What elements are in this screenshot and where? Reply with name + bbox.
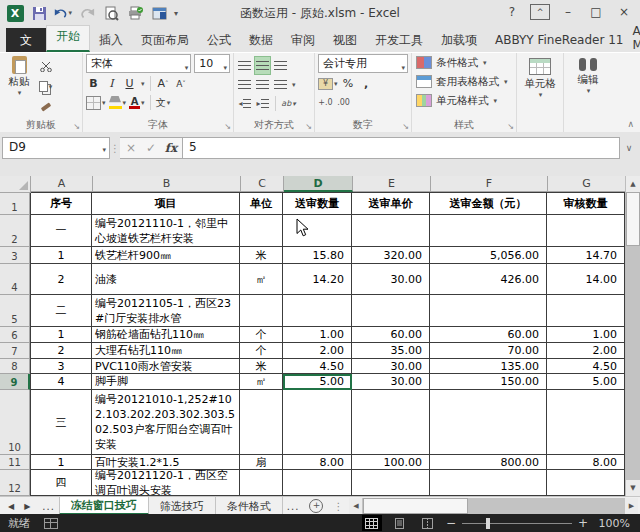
cell-C12[interactable] bbox=[240, 470, 283, 496]
number-dialog-launcher-icon[interactable]: ↘ bbox=[402, 123, 409, 131]
scroll-left-icon[interactable]: ◀ bbox=[349, 498, 362, 514]
cell-F8[interactable]: 135.00 bbox=[430, 359, 547, 374]
cell-D4[interactable]: 14.20 bbox=[283, 264, 352, 295]
cell-G9[interactable]: 5.00 bbox=[547, 374, 625, 390]
cell-D7[interactable]: 2.00 bbox=[283, 343, 352, 359]
cell-G1[interactable]: 审核数量 bbox=[547, 192, 625, 215]
enter-icon[interactable]: ✓ bbox=[142, 141, 160, 155]
tab-开发工具[interactable]: 开发工具 bbox=[366, 28, 432, 52]
decrease-indent-icon[interactable]: ◂ bbox=[237, 95, 252, 112]
styles-dialog-launcher-icon[interactable]: ↘ bbox=[507, 123, 514, 131]
row-header-11[interactable]: 11 bbox=[0, 455, 30, 470]
vertical-scroll-thumb[interactable] bbox=[626, 192, 640, 246]
row-header-12[interactable]: 12 bbox=[0, 470, 30, 496]
zoom-out-icon[interactable]: − bbox=[446, 516, 456, 530]
row-header-2[interactable]: 2 bbox=[0, 215, 30, 247]
row-header-9[interactable]: 9 bbox=[0, 374, 30, 390]
cell-B9[interactable]: 脚手脚 bbox=[92, 374, 240, 390]
format-painter-icon[interactable] bbox=[38, 98, 53, 115]
cell-B10[interactable]: 编号20121010-1,252#102.103.202.203.302.303… bbox=[92, 390, 240, 455]
font-dialog-launcher-icon[interactable]: ↘ bbox=[224, 123, 231, 131]
cell-F4[interactable]: 426.00 bbox=[430, 264, 547, 295]
select-all-corner[interactable] bbox=[0, 176, 31, 193]
conditional-formatting-button[interactable]: 条件格式▾ bbox=[412, 53, 516, 72]
cell-E9[interactable]: 30.00 bbox=[352, 374, 430, 390]
column-header-A[interactable]: A bbox=[31, 176, 93, 192]
cell-C7[interactable]: 个 bbox=[240, 343, 283, 359]
cell-D8[interactable]: 4.50 bbox=[283, 359, 352, 374]
decrease-decimal-icon[interactable]: .00 bbox=[336, 94, 351, 111]
sheet-nav-left-icon[interactable]: ◀ bbox=[8, 502, 14, 511]
cell-D9[interactable]: 5.00 bbox=[283, 374, 352, 390]
cell-E11[interactable]: 100.00 bbox=[352, 455, 430, 470]
cell-A4[interactable]: 2 bbox=[30, 264, 92, 295]
tab-页面布局[interactable]: 页面布局 bbox=[132, 28, 198, 52]
tab-插入[interactable]: 插入 bbox=[90, 28, 132, 52]
ribbon-display-options-icon[interactable]: ^ bbox=[528, 2, 552, 22]
cell-B1[interactable]: 项目 bbox=[92, 192, 240, 215]
cell-A7[interactable]: 2 bbox=[30, 343, 92, 359]
quick-print-icon[interactable] bbox=[126, 4, 144, 22]
cell-A8[interactable]: 3 bbox=[30, 359, 92, 374]
sheet-tab-筛选技巧[interactable]: 筛选技巧 bbox=[149, 497, 216, 515]
increase-decimal-icon[interactable]: +.0 bbox=[318, 94, 333, 111]
orientation-icon[interactable]: ab▾ bbox=[281, 95, 296, 112]
italic-button[interactable]: I bbox=[104, 75, 119, 92]
row-header-7[interactable]: 7 bbox=[0, 343, 30, 359]
cell-styles-button[interactable]: 单元格样式▾ bbox=[412, 91, 516, 110]
cell-F1[interactable]: 送审金额（元） bbox=[430, 192, 547, 215]
shrink-font-button[interactable]: Aˇ bbox=[174, 75, 189, 92]
sheet-tab-冻结窗口技巧[interactable]: 冻结窗口技巧 bbox=[59, 497, 149, 515]
cell-G6[interactable]: 1.00 bbox=[547, 327, 625, 343]
cell-C3[interactable]: 米 bbox=[240, 247, 283, 264]
comma-style-icon[interactable]: , bbox=[359, 75, 374, 92]
macro-record-icon[interactable] bbox=[44, 518, 58, 529]
cell-A9[interactable]: 4 bbox=[30, 374, 92, 390]
cell-G10[interactable] bbox=[547, 390, 625, 455]
tab-视图[interactable]: 视图 bbox=[324, 28, 366, 52]
minimize-icon[interactable]: – bbox=[556, 2, 580, 22]
tab-公式[interactable]: 公式 bbox=[198, 28, 240, 52]
bold-button[interactable]: B bbox=[86, 75, 101, 92]
cell-F3[interactable]: 5,056.00 bbox=[430, 247, 547, 264]
new-sheet-button[interactable]: + bbox=[303, 497, 329, 515]
cell-C6[interactable]: 个 bbox=[240, 327, 283, 343]
row-header-8[interactable]: 8 bbox=[0, 359, 30, 374]
percent-style-icon[interactable]: % bbox=[341, 75, 356, 92]
page-layout-view-icon[interactable] bbox=[390, 515, 410, 531]
expand-formula-bar-icon[interactable]: ∨ bbox=[620, 137, 638, 159]
normal-view-icon[interactable] bbox=[362, 515, 382, 531]
cell-A2[interactable]: 一 bbox=[30, 215, 92, 247]
align-right-icon[interactable] bbox=[273, 76, 288, 93]
cell-A5[interactable]: 二 bbox=[30, 295, 92, 327]
number-format-combo[interactable]: 会计专用▾ bbox=[318, 54, 408, 73]
cell-F10[interactable] bbox=[430, 390, 547, 455]
cell-E7[interactable]: 35.00 bbox=[352, 343, 430, 359]
column-header-E[interactable]: E bbox=[353, 176, 431, 192]
middle-align-icon[interactable] bbox=[255, 57, 270, 74]
zoom-in-icon[interactable]: + bbox=[578, 516, 588, 530]
account-name[interactable]: Alex May bbox=[632, 24, 640, 52]
tab-file[interactable]: 文件 bbox=[6, 28, 46, 52]
zoom-slider[interactable]: − + bbox=[446, 516, 588, 530]
cell-F5[interactable] bbox=[430, 295, 547, 327]
alignment-dialog-launcher-icon[interactable]: ↘ bbox=[305, 123, 312, 131]
save-icon[interactable] bbox=[30, 4, 48, 22]
tab-开始[interactable]: 开始 bbox=[46, 25, 90, 52]
tab-加载项[interactable]: 加载项 bbox=[432, 28, 486, 52]
scroll-right-icon[interactable]: ▶ bbox=[625, 498, 638, 514]
paste-button[interactable]: 粘贴 ▾ bbox=[0, 53, 38, 115]
cell-B6[interactable]: 钢筋砼墙面钻孔110㎜ bbox=[92, 327, 240, 343]
cell-C2[interactable] bbox=[240, 215, 283, 247]
restore-icon[interactable]: □ bbox=[584, 2, 608, 22]
redo-icon[interactable] bbox=[78, 4, 96, 22]
cell-F12[interactable] bbox=[430, 470, 547, 496]
cell-B4[interactable]: 油漆 bbox=[92, 264, 240, 295]
cell-C8[interactable]: 米 bbox=[240, 359, 283, 374]
sheet-overflow-right[interactable]: ... bbox=[283, 497, 304, 515]
cell-C5[interactable] bbox=[240, 295, 283, 327]
cell-F11[interactable]: 800.00 bbox=[430, 455, 547, 470]
cell-E2[interactable] bbox=[352, 215, 430, 247]
font-name-combo[interactable]: 宋体▾ bbox=[86, 54, 191, 73]
cell-G12[interactable] bbox=[547, 470, 625, 496]
